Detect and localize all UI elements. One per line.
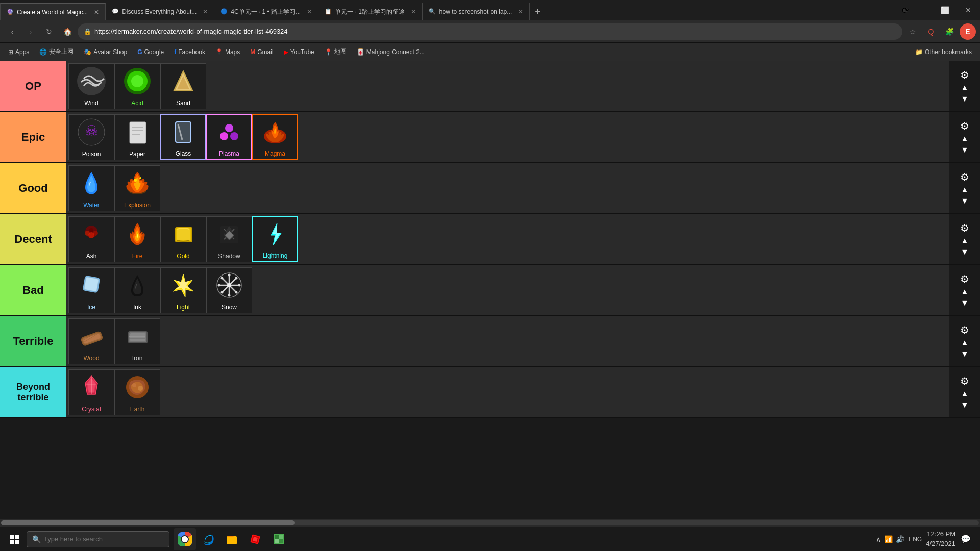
horizontal-scrollbar[interactable]	[0, 519, 980, 527]
taskbar-roblox[interactable]	[244, 528, 266, 550]
magic-item-explosion[interactable]: Explosion	[114, 165, 160, 211]
notification-button[interactable]: 💬	[958, 531, 974, 547]
tab-4[interactable]: 📋 单元一 · 1踏上学习的征途 ✕	[318, 3, 423, 20]
up-arrow-beyond[interactable]: ▲	[961, 389, 969, 398]
search-input[interactable]	[44, 535, 164, 543]
chevron-up-icon[interactable]: ∧	[876, 535, 881, 543]
reload-button[interactable]: ↻	[41, 23, 57, 40]
magic-item-iron[interactable]: Iron	[114, 318, 160, 364]
qr-button[interactable]: Q	[923, 23, 939, 40]
bookmark-avatar[interactable]: 🎭 Avatar Shop	[80, 45, 131, 59]
magic-item-plasma[interactable]: Plasma	[206, 114, 252, 160]
tab-4-close[interactable]: ✕	[411, 8, 416, 15]
tab-3[interactable]: 🔵 4C单元一 · 1 • 踏上学习... ✕	[214, 3, 318, 20]
bookmark-google[interactable]: G Google	[133, 45, 168, 59]
magic-item-earth[interactable]: Earth	[114, 369, 160, 415]
magic-item-wood[interactable]: Wood	[68, 318, 114, 364]
svg-point-17	[230, 132, 238, 140]
taskbar-search[interactable]: 🔍	[27, 531, 169, 547]
down-arrow-good[interactable]: ▼	[961, 196, 969, 206]
bookmark-mahjong[interactable]: 🀄 Mahjong Connect 2...	[353, 45, 429, 59]
down-arrow-decent[interactable]: ▼	[961, 247, 969, 257]
down-arrow-terrible[interactable]: ▼	[961, 349, 969, 359]
down-arrow-bad[interactable]: ▼	[961, 298, 969, 308]
gear-icon-decent[interactable]: ⚙	[960, 222, 969, 234]
scrollbar-thumb[interactable]	[1, 520, 295, 525]
refresh-cycle-icon[interactable]: ⟳	[902, 8, 908, 13]
light-icon	[161, 268, 206, 303]
tier-items-epic: ☠ Poison	[66, 112, 949, 162]
gear-icon-good[interactable]: ⚙	[960, 171, 969, 183]
tab-2-close[interactable]: ✕	[203, 8, 208, 15]
magic-item-ink[interactable]: Ink	[114, 267, 160, 313]
speaker-icon: 🔊	[896, 535, 904, 543]
address-bar[interactable]: 🔒 https://tiermaker.com/create/world-of-…	[78, 23, 902, 40]
taskbar-files[interactable]	[220, 528, 243, 550]
tab-5-close[interactable]: ✕	[518, 8, 523, 15]
taskbar-minecraft[interactable]	[267, 528, 290, 550]
bookmark-maps[interactable]: 📍 Maps	[211, 45, 244, 59]
maximize-button[interactable]: ⬜	[933, 0, 957, 20]
down-arrow-op[interactable]: ▼	[961, 94, 969, 104]
magic-item-paper[interactable]: Paper	[114, 114, 160, 160]
gear-icon-epic[interactable]: ⚙	[960, 120, 969, 132]
bookmark-facebook[interactable]: f Facebook	[170, 45, 209, 59]
magic-item-gold[interactable]: Gold	[160, 216, 206, 262]
magic-item-fire[interactable]: Fire	[114, 216, 160, 262]
tab-2[interactable]: 💬 Discuss Everything About... ✕	[106, 3, 214, 20]
up-arrow-epic[interactable]: ▲	[961, 134, 969, 143]
tab-2-label: Discuss Everything About...	[122, 8, 197, 15]
tab-1-favicon: 🔮	[7, 9, 14, 16]
svg-point-69	[138, 386, 143, 391]
gear-icon-bad[interactable]: ⚙	[960, 273, 969, 285]
up-arrow-decent[interactable]: ▲	[961, 236, 969, 245]
down-arrow-beyond[interactable]: ▼	[961, 400, 969, 410]
profile-button[interactable]: E	[960, 23, 976, 40]
start-button[interactable]	[2, 527, 27, 552]
bookmark-youtube[interactable]: ▶ YouTube	[280, 45, 318, 59]
svg-rect-84	[275, 539, 279, 543]
down-arrow-epic[interactable]: ▼	[961, 145, 969, 155]
magic-item-magma[interactable]: Magma	[252, 114, 298, 160]
magic-item-acid[interactable]: Acid	[114, 63, 160, 109]
magic-item-wind[interactable]: Wind	[68, 63, 114, 109]
magic-item-lightning[interactable]: Lightning	[252, 216, 298, 262]
magic-item-sand[interactable]: Sand	[160, 63, 206, 109]
taskbar-chrome[interactable]	[174, 528, 196, 550]
up-arrow-good[interactable]: ▲	[961, 185, 969, 194]
minimize-button[interactable]: —	[910, 0, 933, 20]
magic-item-shadow[interactable]: ◆ Shadow	[206, 216, 252, 262]
bookmark-safe[interactable]: 🌐 安全上网	[35, 45, 78, 59]
close-button[interactable]: ✕	[957, 0, 980, 20]
magic-item-glass[interactable]: Glass	[160, 114, 206, 160]
bookmark-button[interactable]: ☆	[904, 23, 921, 40]
magic-item-light[interactable]: Light	[160, 267, 206, 313]
magic-item-ash[interactable]: Ash	[68, 216, 114, 262]
magic-item-water[interactable]: Water	[68, 165, 114, 211]
forward-button[interactable]: ›	[22, 23, 39, 40]
back-button[interactable]: ‹	[4, 23, 20, 40]
magic-item-snow[interactable]: Snow	[206, 267, 252, 313]
magic-item-crystal[interactable]: Crystal	[68, 369, 114, 415]
up-arrow-op[interactable]: ▲	[961, 83, 969, 92]
tab-1[interactable]: 🔮 Create a World of Magic... ✕	[0, 3, 106, 20]
up-arrow-terrible[interactable]: ▲	[961, 338, 969, 347]
new-tab-button[interactable]: +	[530, 3, 546, 20]
extensions-button[interactable]: 🧩	[941, 23, 958, 40]
up-arrow-bad[interactable]: ▲	[961, 287, 969, 296]
magic-item-poison[interactable]: ☠ Poison	[68, 114, 114, 160]
bookmark-gmail[interactable]: M Gmail	[246, 45, 277, 59]
gear-icon-op[interactable]: ⚙	[960, 69, 969, 81]
home-button[interactable]: 🏠	[59, 23, 76, 40]
tab-3-close[interactable]: ✕	[307, 8, 312, 15]
taskbar-edge[interactable]	[197, 528, 219, 550]
tab-1-close[interactable]: ✕	[94, 9, 99, 16]
magic-item-ice[interactable]: Ice	[68, 267, 114, 313]
bookmark-apps[interactable]: ⊞ Apps	[4, 45, 33, 59]
bookmark-ditu[interactable]: 📍 地图	[321, 45, 351, 59]
other-bookmarks-folder[interactable]: 📁 Other bookmarks	[911, 48, 976, 56]
gear-icon-terrible[interactable]: ⚙	[960, 324, 969, 336]
svg-rect-9	[130, 122, 146, 143]
tab-5[interactable]: 🔍 how to screenshot on lap... ✕	[423, 3, 530, 20]
gear-icon-beyond[interactable]: ⚙	[960, 375, 969, 387]
